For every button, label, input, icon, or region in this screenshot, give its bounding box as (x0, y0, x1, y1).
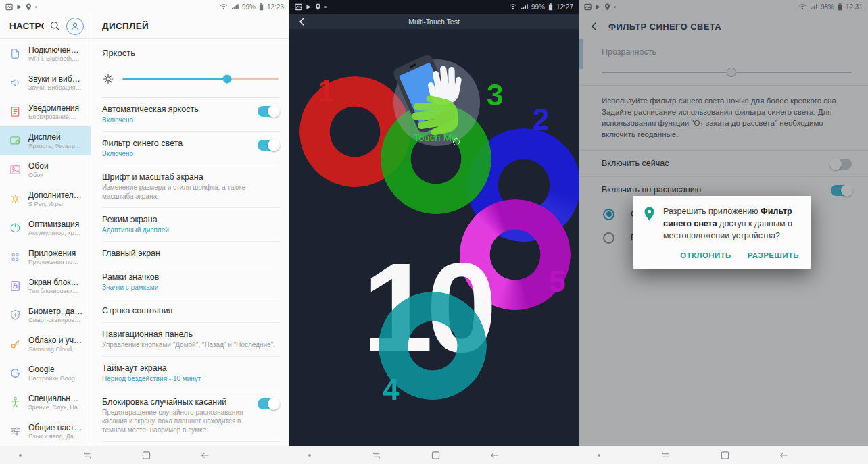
sidebar-item-apps[interactable]: ПриложенияПриложения по… (0, 242, 91, 272)
touch-number-2: 2 (533, 105, 549, 134)
battery-icon (548, 3, 553, 11)
optimization-icon (9, 222, 22, 234)
row-blue-light-filter[interactable]: Фильтр синего светаВключено (102, 131, 280, 165)
home-icon[interactable] (721, 451, 729, 460)
sidebar-item-google[interactable]: GoogleНастройки Goog… (0, 359, 91, 388)
sidebar-item-display[interactable]: ДисплейЯркость, Фильтр… (0, 126, 91, 155)
sidebar-item-biometrics[interactable]: Биометр. да…Смарт-сканиров… (0, 301, 91, 330)
sidebar-item-lockscreen[interactable]: Экран блок…Тип блокировки… (0, 272, 91, 301)
multitouch-header: Multi-Touch Test (289, 14, 579, 29)
notification-dot (35, 6, 37, 8)
brightness-icon (102, 73, 114, 85)
location-icon (26, 3, 32, 11)
display-icon (9, 134, 22, 147)
image-icon (295, 3, 302, 11)
settings-screen: 99% 12:23 НАСТРОЙ… ДИСПЛЕЙ Подключен…Wi-… (0, 0, 289, 464)
status-bar: 99% 12:23 (0, 0, 289, 14)
back-icon[interactable] (489, 451, 499, 459)
nav-hide-dot[interactable] (598, 454, 600, 457)
multitouch-screen: 99% 12:27 Multi-Touch Test 1 2 3 5 10 4 (289, 0, 579, 464)
back-icon[interactable] (200, 451, 210, 459)
clock: 12:23 (267, 3, 284, 11)
wallpaper-icon (9, 163, 22, 176)
sidebar-item-advanced[interactable]: Дополнител…S Pen, Игры (0, 184, 91, 213)
block-touches-toggle[interactable] (258, 398, 279, 409)
touch-number-3: 3 (487, 80, 503, 110)
android-navbar (289, 446, 579, 464)
brightness-slider[interactable] (122, 78, 279, 80)
auto-brightness-toggle[interactable] (258, 106, 279, 117)
touch-number-4: 4 (383, 375, 399, 405)
sidebar-item-sounds[interactable]: Звуки и виб…Звуки, Вибрация… (0, 68, 91, 97)
sidebar-item-cloud[interactable]: Облако и уч…Samsung Cloud,… (0, 330, 91, 359)
multitouch-test-area[interactable]: 1 2 3 5 10 4 Touch Me (289, 29, 579, 446)
wifi-icon (509, 3, 517, 10)
accessibility-icon (9, 396, 22, 409)
home-icon[interactable] (431, 451, 440, 460)
brightness-slider-thumb[interactable] (222, 75, 231, 84)
biometrics-icon (9, 309, 22, 321)
row-screen-mode[interactable]: Режим экранаАдаптивный дисплей (102, 207, 280, 241)
row-screensaver[interactable]: Экранная заставкаОтображение заставки по… (102, 441, 280, 446)
settings-sidebar: Подключен…Wi-Fi, Bluetooth,… Звуки и виб… (0, 39, 91, 446)
recents-icon[interactable] (82, 451, 92, 460)
row-navigation-panel[interactable]: Навигационная панельУправление кнопками … (102, 322, 280, 356)
nav-hide-dot[interactable] (19, 454, 22, 457)
lock-screen-icon (9, 280, 22, 292)
page-title: Multi-Touch Test (289, 18, 579, 26)
sidebar-item-connections[interactable]: Подключен…Wi-Fi, Bluetooth,… (0, 39, 91, 68)
general-settings-icon (9, 425, 22, 438)
sidebar-item-wallpaper[interactable]: ОбоиОбои (0, 155, 91, 184)
sidebar-item-notifications[interactable]: УведомленияБлокирование,… (0, 97, 91, 126)
recents-icon[interactable] (372, 451, 381, 460)
row-screen-timeout[interactable]: Тайм-аут экранаПериод бездействия - 10 м… (102, 356, 280, 390)
battery-icon (259, 3, 264, 11)
google-icon (9, 367, 22, 380)
sidebar-item-accessibility[interactable]: Специальн…Зрение, Слух, На… (0, 388, 91, 417)
deny-button[interactable]: ОТКЛОНИТЬ (680, 251, 731, 259)
row-auto-brightness[interactable]: Автоматическая яркостьВключено (102, 97, 280, 131)
touch-me-label: Touch Me (391, 132, 480, 143)
play-icon (16, 4, 22, 10)
home-icon[interactable] (142, 451, 151, 460)
triple-screenshot: 99% 12:23 НАСТРОЙ… ДИСПЛЕЙ Подключен…Wi-… (0, 0, 868, 464)
notification-dot (324, 6, 327, 8)
android-navbar (579, 446, 868, 464)
play-icon (306, 4, 312, 10)
app-title: НАСТРОЙ… (9, 21, 44, 31)
back-icon[interactable] (779, 451, 788, 459)
touch-number-5: 5 (549, 267, 565, 297)
display-settings-list: Яркость Автоматическая яркостьВключено Ф… (91, 39, 289, 446)
sidebar-item-general[interactable]: Общие наст…Язык и ввод, Да… (0, 417, 91, 446)
row-icon-frames[interactable]: Рамки значковЗначки с рамками (102, 265, 280, 299)
nav-hide-dot[interactable] (308, 454, 311, 457)
signal-icon (231, 3, 239, 10)
row-status-bar[interactable]: Строка состояния (102, 299, 280, 322)
battery-percent: 99% (242, 3, 256, 11)
allow-button[interactable]: РАЗРЕШИТЬ (748, 251, 799, 259)
search-icon[interactable] (49, 20, 61, 32)
sidebar-item-optimization[interactable]: ОптимизацияАккумулятор, хр… (0, 213, 91, 242)
row-font-zoom[interactable]: Шрифт и масштаб экранаИзменение размера … (102, 165, 280, 207)
blue-light-filter-toggle[interactable] (258, 140, 279, 151)
sound-icon (9, 76, 22, 89)
settings-header: НАСТРОЙ… ДИСПЛЕЙ (0, 14, 289, 39)
advanced-features-icon (9, 192, 22, 205)
image-icon (5, 3, 13, 11)
page-title: ДИСПЛЕЙ (91, 14, 289, 38)
profile-icon[interactable] (66, 18, 84, 35)
clock: 12:27 (556, 3, 573, 11)
row-home-screen[interactable]: Главный экран (102, 241, 280, 265)
location-icon (315, 3, 321, 11)
cloud-accounts-icon (9, 338, 22, 351)
blue-light-filter-screen: 98% 12:31 ФИЛЬТР СИНЕГО СВЕТА Прозрачнос… (579, 0, 868, 464)
connections-icon (9, 47, 22, 60)
notifications-icon (9, 105, 22, 118)
row-block-accidental-touches[interactable]: Блокировка случайных касанийПредотвращен… (102, 390, 280, 441)
location-pin-icon (644, 207, 655, 242)
recents-icon[interactable] (661, 451, 671, 460)
android-navbar (0, 446, 289, 464)
brightness-label: Яркость (102, 39, 280, 58)
location-permission-dialog: Разрешить приложению Фильтр синего света… (633, 196, 811, 269)
signal-icon (521, 3, 528, 10)
